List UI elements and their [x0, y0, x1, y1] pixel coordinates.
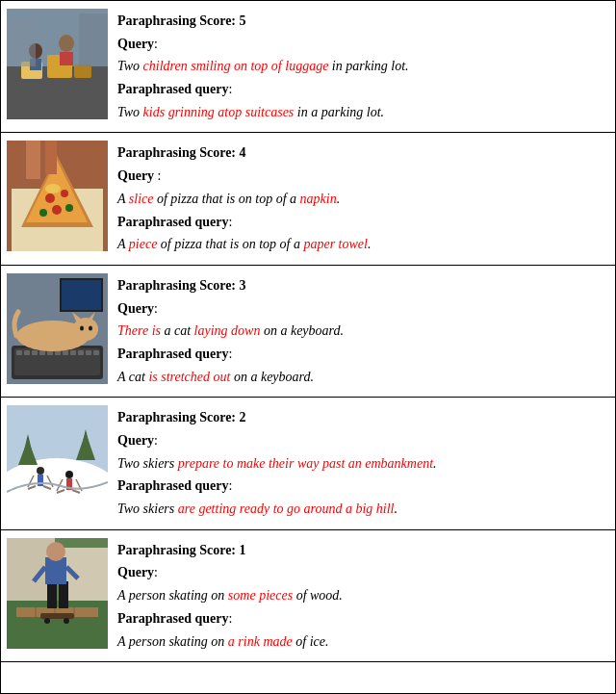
card-4-query-label: Query:: [117, 430, 609, 451]
card-2-score: Paraphrasing Score: 4: [117, 142, 609, 164]
svg-rect-77: [45, 557, 66, 584]
card-2-query-text: A slice of pizza that is on top of a nap…: [117, 189, 609, 210]
svg-rect-9: [7, 18, 36, 66]
svg-point-75: [44, 618, 50, 624]
svg-rect-74: [40, 613, 74, 619]
svg-point-19: [65, 204, 73, 212]
card-1-paraphrase-text: Two kids grinning atop suitcases in a pa…: [117, 102, 609, 123]
svg-rect-73: [59, 581, 68, 608]
svg-rect-53: [38, 475, 43, 486]
svg-rect-31: [39, 350, 45, 355]
card-3-paraphrase-label: Paraphrased query:: [117, 344, 609, 365]
card-4-paraphrase-label: Paraphrased query:: [117, 476, 609, 497]
card-3-image: [7, 273, 108, 384]
svg-point-20: [45, 184, 61, 193]
svg-rect-35: [70, 350, 76, 355]
svg-rect-30: [32, 350, 38, 355]
svg-point-43: [80, 325, 84, 330]
svg-point-7: [59, 35, 74, 52]
svg-rect-22: [45, 141, 57, 174]
card-2-content: Paraphrasing Score: 4 Query : A slice of…: [117, 141, 609, 256]
svg-point-76: [64, 618, 69, 624]
card-1-query-label: Query:: [117, 34, 609, 55]
card-4-score: Paraphrasing Score: 2: [117, 407, 609, 428]
card-3-query-label: Query:: [117, 298, 609, 320]
card-1-paraphrase-label: Paraphrased query:: [117, 79, 609, 100]
svg-rect-21: [26, 141, 40, 179]
svg-rect-29: [24, 350, 30, 355]
card-2-query-label: Query :: [117, 166, 609, 187]
svg-rect-25: [62, 280, 101, 310]
card-5-score: Paraphrasing Score: 1: [117, 540, 609, 561]
card-3-score: Paraphrasing Score: 3: [117, 275, 609, 296]
svg-point-78: [46, 542, 65, 561]
card-4-query-text: Two skiers prepare to make their way pas…: [117, 453, 609, 475]
card-2-paraphrase-text: A piece of pizza that is on top of a pap…: [117, 234, 609, 255]
card-5-query-label: Query:: [117, 562, 609, 583]
svg-rect-34: [63, 350, 68, 355]
svg-point-44: [89, 325, 92, 330]
card-3-content: Paraphrasing Score: 3 Query: There is a …: [117, 273, 609, 389]
card-2-image: [7, 141, 108, 251]
svg-rect-72: [47, 581, 57, 608]
svg-rect-36: [78, 350, 84, 355]
card-4: Paraphrasing Score: 2 Query: Two skiers …: [1, 398, 615, 529]
card-1-content: Paraphrasing Score: 5 Query: Two childre…: [117, 9, 609, 124]
svg-point-15: [45, 193, 55, 203]
card-3-query-text: There is a cat laying down on a keyboard…: [117, 321, 609, 342]
svg-point-52: [37, 467, 44, 475]
svg-point-17: [52, 205, 62, 215]
card-4-image: [7, 405, 108, 516]
card-1-score: Paraphrasing Score: 5: [117, 11, 609, 32]
card-4-paraphrase-text: Two skiers are getting ready to go aroun…: [117, 499, 609, 520]
svg-point-18: [39, 209, 47, 217]
card-3: Paraphrasing Score: 3 Query: There is a …: [1, 266, 615, 398]
card-1-query-text: Two children smiling on top of luggage i…: [117, 56, 609, 77]
svg-rect-4: [74, 64, 91, 78]
card-5-query-text: A person skating on some pieces of wood.: [117, 585, 609, 606]
svg-rect-37: [86, 350, 91, 355]
card-5-content: Paraphrasing Score: 1 Query: A person sk…: [117, 538, 609, 654]
card-3-paraphrase-text: A cat is stretched out on a keyboard.: [117, 367, 609, 388]
svg-point-16: [61, 190, 68, 197]
svg-point-58: [65, 471, 73, 478]
card-1: Paraphrasing Score: 5 Query: Two childre…: [1, 1, 615, 133]
card-2: Paraphrasing Score: 4 Query : A slice of…: [1, 133, 615, 265]
card-5-image: [7, 538, 108, 649]
svg-rect-10: [79, 13, 108, 66]
svg-rect-38: [93, 350, 99, 355]
svg-rect-8: [60, 52, 73, 65]
card-5-paraphrase-label: Paraphrased query:: [117, 608, 609, 630]
card-5-paraphrase-text: A person skating on a rink made of ice.: [117, 631, 609, 653]
card-5: Paraphrasing Score: 1 Query: A person sk…: [1, 530, 615, 662]
card-2-paraphrase-label: Paraphrased query:: [117, 212, 609, 233]
card-4-content: Paraphrasing Score: 2 Query: Two skiers …: [117, 405, 609, 521]
card-1-image: [7, 9, 108, 119]
svg-rect-28: [16, 350, 22, 355]
